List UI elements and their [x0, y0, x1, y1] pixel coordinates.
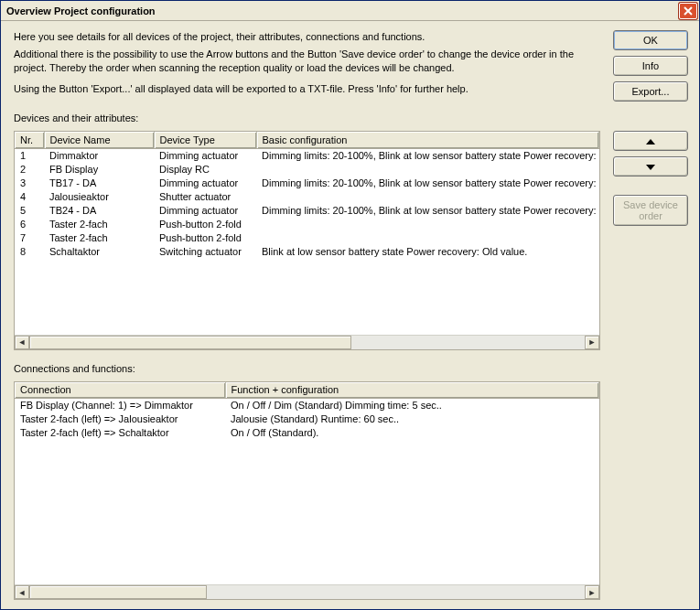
client-area: Here you see details for all devices of …: [1, 21, 699, 609]
cell-name: Jalousieaktor: [44, 189, 154, 203]
scroll-thumb[interactable]: [29, 336, 351, 349]
intro-line-2: Additional there is the possibility to u…: [14, 48, 600, 75]
cell-nr: 8: [15, 244, 44, 258]
connections-label: Connections and functions:: [14, 363, 600, 374]
title-text: Overview Project configuration: [6, 5, 679, 16]
table-row[interactable]: 3TB17 - DADimming actuatorDimming limits…: [15, 176, 599, 189]
table-row[interactable]: 5TB24 - DADimming actuatorDimming limits…: [15, 203, 599, 217]
table-row[interactable]: 7Taster 2-fachPush-button 2-fold: [15, 230, 599, 244]
export-button[interactable]: Export...: [613, 81, 688, 102]
cell-name: TB24 - DA: [44, 203, 154, 217]
cell-basic: Dimming limits: 20-100%, Blink at low se…: [256, 148, 599, 162]
connections-col-connection[interactable]: Connection: [15, 382, 225, 399]
info-button[interactable]: Info: [613, 56, 688, 76]
table-row[interactable]: 2FB DisplayDisplay RC: [15, 162, 599, 176]
cell-nr: 5: [15, 203, 44, 217]
order-controls: Save device order: [613, 131, 688, 350]
table-row[interactable]: 8SchaltaktorSwitching actuatorBlink at l…: [15, 244, 599, 258]
cell-type: Push-button 2-fold: [154, 230, 256, 244]
intro-line-3: Using the Button 'Export...' all display…: [14, 82, 600, 96]
table-row[interactable]: Taster 2-fach (left) => SchaltaktorOn / …: [15, 426, 599, 440]
scroll-track[interactable]: [29, 336, 585, 349]
dialog-window: Overview Project configuration Here you …: [0, 0, 700, 610]
table-row[interactable]: Taster 2-fach (left) => JalousieaktorJal…: [15, 412, 599, 426]
devices-hscrollbar[interactable]: ◄ ►: [15, 335, 599, 349]
connections-col-function[interactable]: Function + configuration: [225, 382, 599, 399]
connections-list-panel: Connection Function + configuration FB D…: [14, 381, 600, 601]
cell-nr: 1: [15, 148, 44, 162]
cell-nr: 4: [15, 189, 44, 203]
scroll-left-button[interactable]: ◄: [15, 336, 29, 349]
devices-col-name[interactable]: Device Name: [44, 132, 154, 148]
triangle-right-icon: ►: [588, 588, 597, 597]
triangle-up-icon: [646, 139, 655, 144]
cell-basic: Blink at low sensor battery state Power …: [256, 244, 599, 258]
cell-basic: Dimming limits: 20-100%, Blink at low se…: [256, 203, 599, 217]
scroll-right-button[interactable]: ►: [585, 585, 599, 599]
devices-list[interactable]: Nr. Device Name Device Type Basic config…: [15, 132, 599, 335]
cell-type: Dimming actuator: [154, 203, 256, 217]
table-row[interactable]: 1DimmaktorDimming actuatorDimming limits…: [15, 148, 599, 162]
cell-name: Taster 2-fach: [44, 217, 154, 230]
devices-col-type[interactable]: Device Type: [154, 132, 256, 148]
cell-nr: 3: [15, 176, 44, 189]
cell-basic: [256, 162, 599, 176]
cell-type: Shutter actuator: [154, 189, 256, 203]
save-device-order-button: Save device order: [613, 195, 688, 226]
cell-name: Schaltaktor: [44, 244, 154, 258]
devices-label: Devices and their attributes:: [14, 112, 600, 123]
triangle-right-icon: ►: [588, 337, 597, 347]
cell-conn: Taster 2-fach (left) => Schaltaktor: [15, 426, 225, 440]
devices-col-nr[interactable]: Nr.: [15, 132, 44, 148]
close-icon: [684, 6, 693, 16]
title-bar: Overview Project configuration: [1, 1, 699, 21]
cell-name: TB17 - DA: [44, 176, 154, 189]
cell-type: Push-button 2-fold: [154, 217, 256, 230]
cell-name: Taster 2-fach: [44, 230, 154, 244]
cell-type: Dimming actuator: [154, 148, 256, 162]
move-down-button[interactable]: [613, 156, 688, 177]
scroll-track[interactable]: [29, 585, 585, 599]
scroll-thumb[interactable]: [29, 585, 207, 599]
cell-nr: 7: [15, 230, 44, 244]
cell-func: On / Off / Dim (Standard) Dimming time: …: [225, 399, 599, 412]
cell-basic: [256, 217, 599, 230]
table-row[interactable]: 6Taster 2-fachPush-button 2-fold: [15, 217, 599, 230]
cell-func: Jalousie (Standard) Runtime: 60 sec..: [225, 412, 599, 426]
cell-conn: FB Display (Channel: 1) => Dimmaktor: [15, 399, 225, 412]
scroll-left-button[interactable]: ◄: [15, 585, 29, 599]
connections-hscrollbar[interactable]: ◄ ►: [15, 584, 599, 599]
table-row[interactable]: FB Display (Channel: 1) => DimmaktorOn /…: [15, 399, 599, 412]
cell-name: FB Display: [44, 162, 154, 176]
cell-type: Switching actuator: [154, 244, 256, 258]
triangle-down-icon: [646, 165, 655, 170]
scroll-right-button[interactable]: ►: [585, 336, 599, 349]
devices-col-basic[interactable]: Basic configuration: [256, 132, 599, 148]
connections-list[interactable]: Connection Function + configuration FB D…: [15, 382, 599, 585]
triangle-left-icon: ◄: [18, 588, 27, 597]
cell-conn: Taster 2-fach (left) => Jalousieaktor: [15, 412, 225, 426]
cell-func: On / Off (Standard).: [225, 426, 599, 440]
cell-basic: Dimming limits: 20-100%, Blink at low se…: [256, 176, 599, 189]
close-button[interactable]: [679, 3, 697, 19]
move-up-button[interactable]: [613, 131, 688, 151]
cell-nr: 2: [15, 162, 44, 176]
cell-basic: [256, 189, 599, 203]
cell-nr: 6: [15, 217, 44, 230]
intro-line-1: Here you see details for all devices of …: [14, 30, 600, 44]
dialog-buttons: OK Info Export...: [613, 30, 688, 123]
devices-list-panel: Nr. Device Name Device Type Basic config…: [14, 131, 600, 350]
cell-name: Dimmaktor: [44, 148, 154, 162]
triangle-left-icon: ◄: [18, 337, 27, 347]
ok-button[interactable]: OK: [613, 30, 688, 50]
intro-text: Here you see details for all devices of …: [14, 30, 600, 100]
table-row[interactable]: 4JalousieaktorShutter actuator: [15, 189, 599, 203]
cell-type: Display RC: [154, 162, 256, 176]
cell-basic: [256, 230, 599, 244]
cell-type: Dimming actuator: [154, 176, 256, 189]
